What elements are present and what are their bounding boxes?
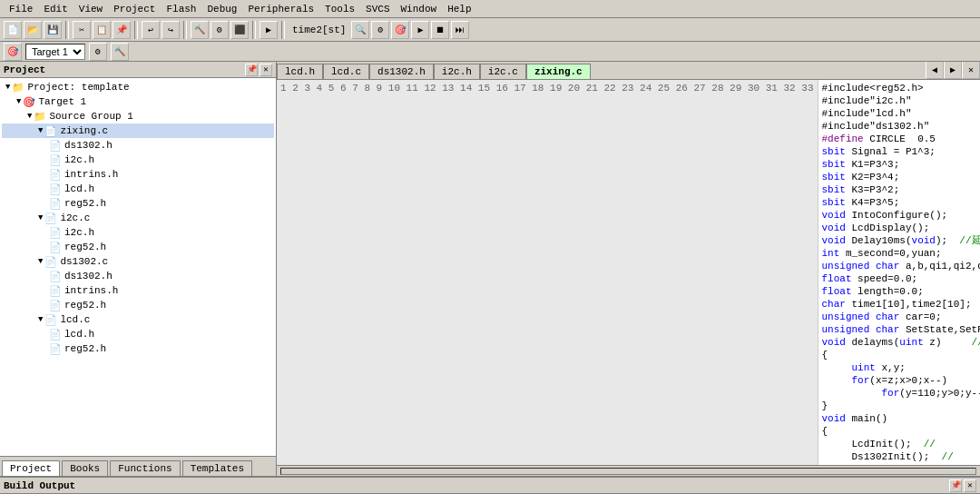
- tab-close-btn[interactable]: ✕: [962, 62, 980, 79]
- menu-edit[interactable]: Edit: [38, 2, 73, 16]
- menu-project[interactable]: Project: [108, 2, 161, 16]
- horizontal-scrollbar[interactable]: [277, 465, 980, 476]
- stop2-btn[interactable]: ⏹: [431, 21, 449, 39]
- search-btn[interactable]: 🔍: [351, 21, 369, 39]
- menu-file[interactable]: File: [4, 2, 38, 16]
- tree-lcdc[interactable]: ▼ 📄 lcd.c: [2, 312, 274, 327]
- debug-start-btn[interactable]: ▶: [260, 21, 278, 39]
- expand-icon-1: ▼: [5, 83, 10, 92]
- undo-btn[interactable]: ↩: [142, 21, 160, 39]
- file-icon-9: 📄: [49, 242, 62, 253]
- target-select[interactable]: Target 1: [25, 44, 85, 60]
- tree-reg52h-2[interactable]: 📄 reg52.h: [2, 240, 274, 254]
- project-tree[interactable]: ▼ 📁 Project: template ▼ 🎯 Target 1 ▼ 📁 S…: [0, 78, 276, 456]
- scroll-track[interactable]: [280, 468, 976, 475]
- build-area: Build Output 📌 ✕ compiling lcd.c... link…: [0, 476, 980, 494]
- project-close-btn[interactable]: ✕: [260, 64, 272, 76]
- tab-scroll-right[interactable]: ▶: [944, 62, 962, 79]
- build-btn[interactable]: 🔨: [191, 21, 209, 39]
- target-icon-1: 🎯: [23, 96, 35, 108]
- tree-i2cc[interactable]: ▼ 📄 i2c.c: [2, 211, 274, 225]
- menu-svcs[interactable]: SVCS: [360, 2, 395, 16]
- tab-functions[interactable]: Functions: [110, 460, 180, 476]
- toolbar: 📄 📂 💾 ✂ 📋 📌 ↩ ↪ 🔨 ⚙ ⬛ ▶ time2[st] 🔍 ⚙ 🎯 …: [0, 18, 980, 42]
- tree-zixing-c[interactable]: ▼ 📄 zixing.c: [2, 124, 274, 138]
- build-all-btn[interactable]: ⚙: [211, 21, 229, 39]
- stop-btn[interactable]: ⬛: [230, 21, 249, 39]
- tree-lcdh-2[interactable]: 📄 lcd.h: [2, 327, 274, 341]
- file-icon-6: 📄: [49, 198, 62, 210]
- build-close-btn[interactable]: ✕: [964, 479, 976, 492]
- code-content[interactable]: #include<reg52.h> #include"i2c.h" #inclu…: [818, 80, 981, 465]
- step-btn[interactable]: ⏭: [451, 21, 469, 39]
- build-header: Build Output 📌 ✕: [0, 478, 980, 494]
- menu-flash[interactable]: Flash: [161, 2, 201, 16]
- tree-i2ch-2[interactable]: 📄 i2c.h: [2, 225, 274, 240]
- menu-tools[interactable]: Tools: [319, 2, 360, 16]
- new-file-btn[interactable]: 📄: [4, 21, 22, 39]
- proj-build-btn[interactable]: 🔨: [111, 43, 129, 61]
- project-title: Project: [4, 64, 45, 75]
- tree-label-13: ds1302.c: [60, 256, 108, 267]
- build-pin-btn[interactable]: 📌: [949, 479, 962, 492]
- settings-btn[interactable]: ⚙: [371, 21, 389, 39]
- tree-lcdh-1[interactable]: 📄 lcd.h: [2, 182, 274, 196]
- menu-window[interactable]: Window: [396, 2, 443, 16]
- tab-scroll-left[interactable]: ◀: [926, 62, 944, 79]
- tree-label-17: lcd.c: [60, 314, 90, 325]
- file-icon-10: 📄: [44, 256, 57, 268]
- tab-templates[interactable]: Templates: [182, 460, 252, 476]
- tree-label-10: i2c.c: [60, 212, 90, 223]
- menu-help[interactable]: Help: [442, 2, 476, 16]
- tree-intrins-1[interactable]: 📄 intrins.h: [2, 167, 274, 182]
- tab-i2c-c[interactable]: i2c.c: [480, 64, 526, 79]
- file-icon-16: 📄: [49, 343, 62, 355]
- tab-zixing-c[interactable]: zixing.c: [526, 64, 591, 79]
- target-btn[interactable]: 🎯: [391, 21, 409, 39]
- tab-books[interactable]: Books: [62, 460, 108, 476]
- tree-project-template[interactable]: ▼ 📁 Project: template: [2, 80, 274, 94]
- expand-icon-7: ▼: [38, 315, 43, 324]
- redo-btn[interactable]: ↪: [162, 21, 180, 39]
- tab-project[interactable]: Project: [2, 460, 60, 476]
- toolbar-sep-5: [281, 21, 285, 39]
- time-label: time2[st]: [289, 25, 349, 35]
- copy-btn[interactable]: 📋: [93, 21, 111, 39]
- tree-reg52h-4[interactable]: 📄 reg52.h: [2, 341, 274, 356]
- project-pin-btn[interactable]: 📌: [245, 64, 258, 76]
- tab-i2c-h[interactable]: i2c.h: [434, 64, 480, 79]
- tree-label-6: i2c.h: [64, 154, 94, 165]
- save-btn[interactable]: 💾: [44, 21, 62, 39]
- tree-target1[interactable]: ▼ 🎯 Target 1: [2, 94, 274, 109]
- toolbar-sep-2: [134, 21, 138, 39]
- tree-ds1302h-1[interactable]: 📄 ds1302.h: [2, 138, 274, 153]
- proj-settings-btn[interactable]: ⚙: [89, 43, 107, 61]
- tree-i2ch-1[interactable]: 📄 i2c.h: [2, 153, 274, 167]
- menu-peripherals[interactable]: Peripherals: [242, 2, 319, 16]
- project-panel: Project 📌 ✕ ▼ 📁 Project: template ▼ 🎯 Ta…: [0, 62, 277, 476]
- tab-lcd-h[interactable]: lcd.h: [277, 64, 323, 79]
- project-tabs: Project Books Functions Templates: [0, 456, 276, 476]
- tree-source-group[interactable]: ▼ 📁 Source Group 1: [2, 109, 274, 124]
- menu-debug[interactable]: Debug: [201, 2, 242, 16]
- file-icon-8: 📄: [49, 227, 62, 239]
- tree-reg52h-1[interactable]: 📄 reg52.h: [2, 196, 274, 211]
- tree-label-18: lcd.h: [64, 329, 94, 340]
- tree-label-15: intrins.h: [64, 285, 118, 296]
- menu-view[interactable]: View: [74, 2, 108, 16]
- file-icon-12: 📄: [49, 285, 62, 297]
- tree-ds1302h-2[interactable]: 📄 ds1302.h: [2, 269, 274, 283]
- tree-label-12: reg52.h: [64, 242, 106, 252]
- cut-btn[interactable]: ✂: [73, 21, 91, 39]
- tab-lcd-c[interactable]: lcd.c: [323, 64, 369, 79]
- tree-intrins-2[interactable]: 📄 intrins.h: [2, 283, 274, 298]
- tab-ds1302-h[interactable]: ds1302.h: [369, 64, 434, 79]
- toolbar-sep-3: [183, 21, 187, 39]
- tree-label-8: lcd.h: [64, 183, 94, 194]
- run-btn[interactable]: ▶: [411, 21, 429, 39]
- open-btn[interactable]: 📂: [24, 21, 42, 39]
- paste-btn[interactable]: 📌: [113, 21, 131, 39]
- tree-ds1302c[interactable]: ▼ 📄 ds1302.c: [2, 254, 274, 269]
- project-header-btns: 📌 ✕: [245, 64, 272, 76]
- tree-reg52h-3[interactable]: 📄 reg52.h: [2, 298, 274, 312]
